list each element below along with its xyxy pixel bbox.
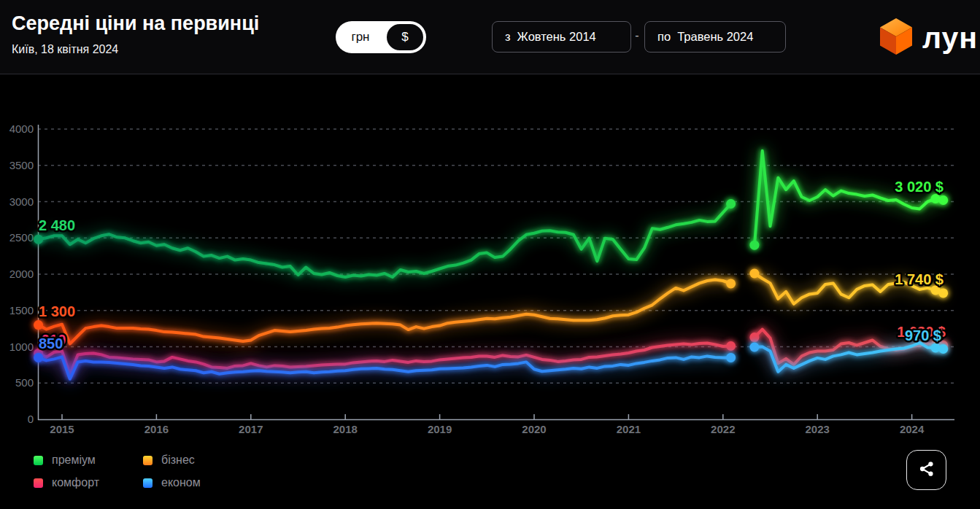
economy-swatch-icon	[143, 478, 153, 488]
svg-text:2018: 2018	[333, 423, 358, 435]
svg-text:850: 850	[39, 335, 63, 351]
page-title: Середні ціни на первинці	[12, 12, 259, 35]
date-to-value: Травень 2024	[677, 30, 753, 44]
date-range-separator: -	[632, 29, 642, 42]
svg-text:500: 500	[15, 376, 34, 389]
svg-text:1000: 1000	[9, 341, 34, 353]
business-swatch-icon	[143, 456, 153, 465]
svg-text:970 $: 970 $	[905, 327, 941, 343]
svg-text:2024: 2024	[900, 423, 925, 435]
legend-item-economy[interactable]: економ	[143, 476, 201, 489]
lun-logo[interactable]: лун	[878, 18, 978, 58]
svg-text:4000: 4000	[9, 123, 34, 135]
svg-text:2019: 2019	[428, 423, 452, 435]
currency-toggle[interactable]: грн $	[336, 21, 426, 53]
page-subtitle: Київ, 18 квітня 2024	[12, 43, 118, 56]
svg-text:3000: 3000	[9, 195, 34, 208]
logo-text: лун	[922, 21, 978, 55]
chart-area: 0500100015002000250030003500400020152016…	[0, 74, 980, 509]
svg-text:0: 0	[28, 413, 34, 425]
svg-text:3 020 $: 3 020 $	[895, 179, 944, 195]
premium-swatch-icon	[34, 456, 43, 465]
svg-text:2017: 2017	[239, 423, 263, 435]
svg-text:2023: 2023	[806, 423, 830, 435]
lun-cube-icon	[878, 18, 914, 58]
svg-text:1 740 $: 1 740 $	[895, 271, 944, 287]
svg-text:2022: 2022	[711, 423, 735, 435]
legend-label: преміум	[52, 454, 96, 467]
currency-option-uah[interactable]: грн	[336, 30, 385, 44]
share-button[interactable]	[906, 450, 946, 490]
svg-text:2500: 2500	[9, 231, 34, 244]
legend-label: бізнес	[161, 454, 195, 467]
currency-option-usd[interactable]: $	[385, 23, 425, 52]
svg-text:2000: 2000	[9, 268, 34, 280]
date-from-prefix: з	[505, 30, 511, 44]
svg-text:2 480: 2 480	[39, 217, 75, 233]
legend-label: комфорт	[52, 476, 99, 489]
legend-item-business[interactable]: бізнес	[143, 454, 195, 467]
svg-text:1 300: 1 300	[39, 303, 75, 319]
date-to-button[interactable]: по Травень 2024	[644, 21, 786, 53]
legend-label: економ	[161, 476, 201, 489]
comfort-swatch-icon	[34, 478, 43, 488]
legend-item-premium[interactable]: преміум	[34, 454, 96, 467]
header: Середні ціни на первинці Київ, 18 квітня…	[0, 0, 980, 74]
date-from-value: Жовтень 2014	[517, 30, 596, 44]
share-icon	[917, 459, 936, 481]
svg-text:2021: 2021	[617, 423, 641, 435]
date-from-button[interactable]: з Жовтень 2014	[492, 21, 631, 53]
legend-item-comfort[interactable]: комфорт	[34, 476, 99, 489]
date-to-prefix: по	[657, 30, 671, 44]
svg-text:2020: 2020	[522, 423, 546, 435]
svg-text:3500: 3500	[9, 159, 34, 171]
svg-text:1500: 1500	[9, 304, 34, 316]
price-chart[interactable]: 0500100015002000250030003500400020152016…	[0, 74, 980, 509]
svg-text:2015: 2015	[50, 423, 74, 435]
svg-text:2016: 2016	[144, 423, 169, 435]
